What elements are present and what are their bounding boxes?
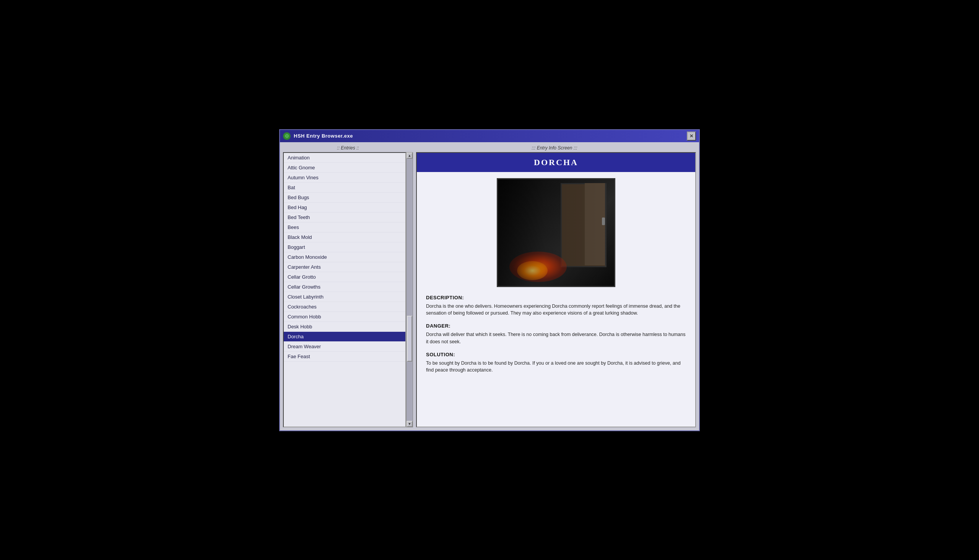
list-item[interactable]: Bed Bugs [284, 193, 405, 203]
list-item[interactable]: Bed Teeth [284, 213, 405, 222]
list-item[interactable]: Animation [284, 153, 405, 163]
solution-label: SOLUTION: [426, 352, 686, 357]
left-panel: AnimationAttic GnomeAutumn VinesBatBed B… [283, 152, 413, 427]
entry-title: Dorcha [417, 153, 695, 172]
section-headers: :: Entries :: ::: Entry Info Screen ::: [283, 145, 696, 151]
door-scene [498, 179, 614, 286]
right-panel: Dorcha DESCRIPTION: [416, 152, 696, 427]
main-content: AnimationAttic GnomeAutumn VinesBatBed B… [283, 152, 696, 427]
scroll-thumb[interactable] [407, 316, 412, 362]
list-item[interactable]: Autumn Vines [284, 173, 405, 183]
title-bar: ⬡ HSH Entry Browser.exe ✕ [280, 130, 699, 142]
list-item[interactable]: Dream Weaver [284, 342, 405, 352]
list-item[interactable]: Fae Feast [284, 352, 405, 362]
title-bar-left: ⬡ HSH Entry Browser.exe [283, 132, 353, 140]
entry-image [497, 178, 615, 287]
description-text: Dorcha is the one who delivers. Homeowne… [426, 303, 686, 317]
window-body: :: Entries :: ::: Entry Info Screen ::: … [280, 142, 699, 430]
close-button[interactable]: ✕ [687, 132, 696, 141]
list-item[interactable]: Attic Gnome [284, 163, 405, 173]
list-item[interactable]: Bees [284, 222, 405, 232]
list-item[interactable]: Cellar Growths [284, 282, 405, 292]
list-item[interactable]: Carpenter Ants [284, 262, 405, 272]
scrollbar[interactable]: ▲ ▼ [406, 152, 413, 427]
list-item[interactable]: Boggart [284, 242, 405, 252]
list-item[interactable]: Common Hobb [284, 312, 405, 322]
list-item[interactable]: Cellar Grotto [284, 272, 405, 282]
window-title: HSH Entry Browser.exe [294, 133, 353, 139]
list-item[interactable]: Black Mold [284, 232, 405, 242]
danger-text: Dorcha will deliver that which it seeks.… [426, 331, 686, 345]
description-label: DESCRIPTION: [426, 295, 686, 300]
list-item[interactable]: Carbon Monoxide [284, 252, 405, 262]
scroll-track [407, 158, 413, 421]
solution-text: To be sought by Dorcha is to be found by… [426, 360, 686, 374]
scroll-up-button[interactable]: ▲ [407, 153, 413, 158]
list-item[interactable]: Closet Labyrinth [284, 292, 405, 302]
danger-label: DANGER: [426, 323, 686, 329]
entry-content: DESCRIPTION: Dorcha is the one who deliv… [417, 295, 695, 387]
list-item[interactable]: Cockroaches [284, 302, 405, 312]
main-window: ⬡ HSH Entry Browser.exe ✕ :: Entries :: … [279, 129, 700, 431]
app-icon: ⬡ [283, 132, 291, 140]
info-header: ::: Entry Info Screen ::: [413, 145, 696, 151]
list-item[interactable]: Bat [284, 183, 405, 193]
entry-list[interactable]: AnimationAttic GnomeAutumn VinesBatBed B… [283, 152, 406, 427]
entries-header: :: Entries :: [283, 145, 413, 151]
scroll-down-button[interactable]: ▼ [407, 421, 413, 427]
list-item[interactable]: Desk Hobb [284, 322, 405, 332]
shadow-overlay [498, 179, 614, 286]
entry-image-container [417, 178, 695, 287]
list-item[interactable]: Dorcha [284, 332, 405, 342]
list-item[interactable]: Bed Hag [284, 203, 405, 213]
